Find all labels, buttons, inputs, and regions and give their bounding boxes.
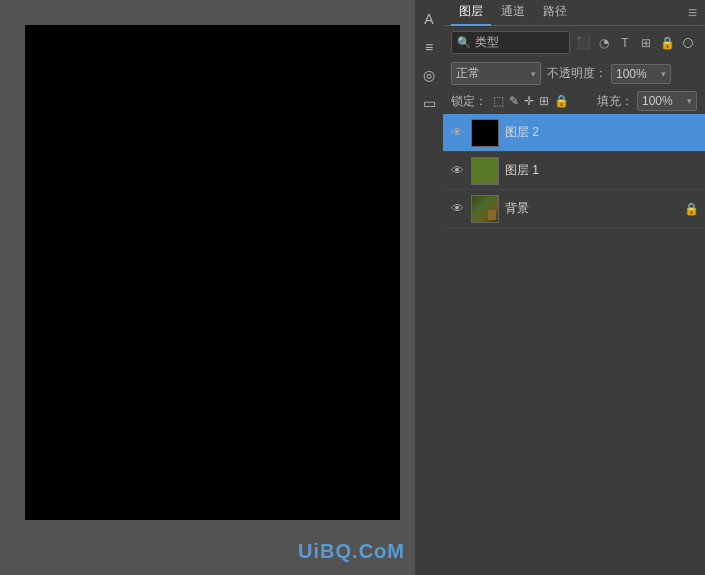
search-label: 类型 [475, 34, 499, 51]
lock-artboard-icon[interactable]: ⊞ [539, 94, 549, 108]
search-icon: 🔍 [457, 36, 471, 49]
layer-row[interactable]: 👁 图层 1 [443, 152, 705, 190]
fill-input[interactable]: 100% ▾ [637, 91, 697, 111]
lock-label: 锁定： [451, 93, 487, 110]
lock-transparent-icon[interactable]: ⬚ [493, 94, 504, 108]
watermark: UiBQ.CoM [298, 540, 405, 563]
blend-row: 正常 ▾ 不透明度： 100% ▾ [443, 59, 705, 88]
right-panel: 图层 通道 路径 ≡ 🔍 类型 ⬛ ◔ T ⊞ 🔒 正常 ▾ 不透明度： 100 [443, 0, 705, 575]
eye-icon-background[interactable]: 👁 [449, 201, 465, 217]
filter-icons: ⬛ ◔ T ⊞ 🔒 [574, 34, 697, 52]
tab-group: 图层 通道 路径 [451, 0, 575, 26]
opacity-chevron: ▾ [661, 69, 666, 79]
panel-menu-icon[interactable]: ≡ [688, 4, 697, 22]
background-lock-icon: 🔒 [684, 202, 699, 216]
layer-thumb-layer1 [471, 157, 499, 185]
lock-all-icon[interactable]: 🔒 [554, 94, 569, 108]
fill-label: 填充： [597, 93, 633, 110]
brush-icon[interactable]: ◎ [418, 64, 440, 86]
adjust-icon[interactable]: ≡ [418, 36, 440, 58]
fill-value: 100% [642, 94, 673, 108]
search-row: 🔍 类型 ⬛ ◔ T ⊞ 🔒 [443, 26, 705, 59]
fill-chevron: ▾ [687, 96, 692, 106]
layer-name-layer1: 图层 1 [505, 162, 699, 179]
canvas [25, 25, 400, 520]
filter-icon-crop[interactable]: ⊞ [637, 34, 655, 52]
canvas-area: UiBQ.CoM [0, 0, 415, 575]
filter-icon-lock[interactable]: 🔒 [658, 34, 676, 52]
search-box[interactable]: 🔍 类型 [451, 31, 570, 54]
fill-row: 填充： 100% ▾ [597, 91, 697, 111]
filter-icon-2[interactable]: ◔ [595, 34, 613, 52]
opacity-row: 不透明度： 100% ▾ [547, 64, 671, 84]
eye-icon-layer2[interactable]: 👁 [449, 125, 465, 141]
eye-icon-layer1[interactable]: 👁 [449, 163, 465, 179]
blend-mode-chevron: ▾ [531, 69, 536, 79]
tab-layers[interactable]: 图层 [451, 0, 491, 26]
lock-move-icon[interactable]: ✛ [524, 94, 534, 108]
layer-thumb-layer2 [471, 119, 499, 147]
type-tool-icon[interactable]: A [418, 8, 440, 30]
layers-list: 👁 图层 2 👁 图层 1 👁 背景 🔒 [443, 114, 705, 575]
filter-icon-t[interactable]: T [616, 34, 634, 52]
opacity-label: 不透明度： [547, 65, 607, 82]
lock-icons: ⬚ ✎ ✛ ⊞ 🔒 [493, 94, 569, 108]
layer-thumb-background [471, 195, 499, 223]
layer-name-layer2: 图层 2 [505, 124, 699, 141]
toolbar-strip: A ≡ ◎ ▭ [415, 0, 443, 575]
frame-icon[interactable]: ▭ [418, 92, 440, 114]
opacity-value: 100% [616, 67, 647, 81]
lock-pixels-icon[interactable]: ✎ [509, 94, 519, 108]
filter-icon-circle[interactable] [679, 34, 697, 52]
panel-tabs: 图层 通道 路径 ≡ [443, 0, 705, 26]
layer-name-background: 背景 [505, 200, 678, 217]
blend-mode-label: 正常 [456, 65, 480, 82]
opacity-input[interactable]: 100% ▾ [611, 64, 671, 84]
layer-row[interactable]: 👁 图层 2 [443, 114, 705, 152]
blend-mode-select[interactable]: 正常 ▾ [451, 62, 541, 85]
lock-row: 锁定： ⬚ ✎ ✛ ⊞ 🔒 填充： 100% ▾ [443, 88, 705, 114]
layer-row[interactable]: 👁 背景 🔒 [443, 190, 705, 228]
tab-channels[interactable]: 通道 [493, 0, 533, 26]
filter-icon-1[interactable]: ⬛ [574, 34, 592, 52]
tab-paths[interactable]: 路径 [535, 0, 575, 26]
